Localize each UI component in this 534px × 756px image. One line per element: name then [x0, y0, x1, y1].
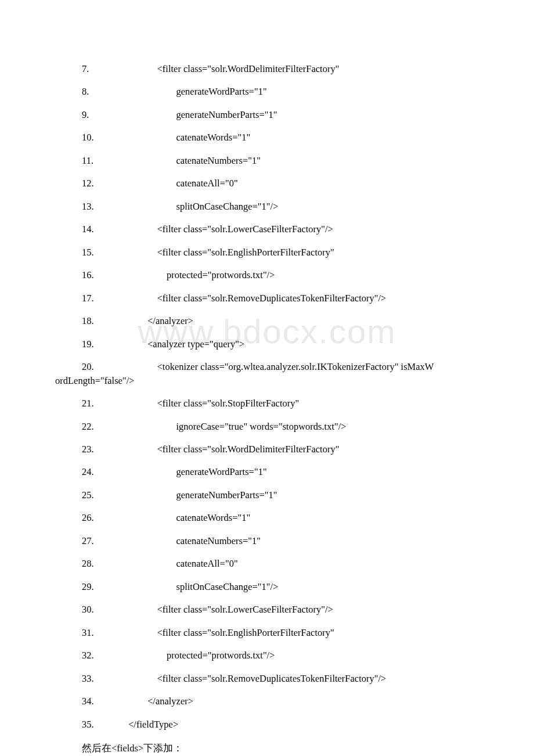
code-text: <filter class="solr.LowerCaseFilterFacto… [119, 604, 479, 615]
line-number: 21 [55, 398, 119, 409]
code-text: <filter class="solr.EnglishPorterFilterF… [119, 628, 479, 639]
code-text: </analyzer> [119, 316, 479, 327]
code-line: 34 </analyzer> [55, 696, 479, 707]
code-text: catenateWords="1" [119, 513, 479, 524]
line-number: 16 [55, 270, 119, 281]
code-line: 26 catenateWords="1" [55, 513, 479, 524]
code-line: 21 <filter class="solr.StopFilterFactory… [55, 398, 479, 409]
code-line: 13 splitOnCaseChange="1"/> [55, 201, 479, 213]
code-line: 11 catenateNumbers="1" [55, 156, 479, 167]
code-line: 16 protected="protwords.txt"/> [55, 270, 479, 281]
code-text: protected="protwords.txt"/> [119, 650, 479, 661]
code-text: <tokenizer class="org.wltea.analyzer.sol… [119, 362, 479, 373]
line-number: 19 [55, 339, 119, 350]
line-number: 34 [55, 696, 119, 707]
paragraph-text: 然后在<fields>下添加： [55, 742, 479, 755]
line-number: 12 [55, 178, 119, 189]
code-text: catenateNumbers="1" [119, 536, 479, 547]
code-line: 8 generateWordParts="1" [55, 87, 479, 98]
code-line: 17 <filter class="solr.RemoveDuplicatesT… [55, 293, 479, 304]
code-text: splitOnCaseChange="1"/> [119, 582, 479, 593]
code-line: 9 generateNumberParts="1" [55, 110, 479, 121]
code-line: 7 <filter class="solr.WordDelimiterFilte… [55, 64, 479, 75]
line-number: 9 [55, 110, 119, 121]
code-line: 30 <filter class="solr.LowerCaseFilterFa… [55, 604, 479, 615]
document-page: www.bdocx.com 7 <filter class="solr.Word… [0, 0, 534, 756]
line-number: 11 [55, 156, 119, 167]
line-number: 29 [55, 582, 119, 593]
line-number: 32 [55, 650, 119, 661]
code-line: 10 catenateWords="1" [55, 132, 479, 143]
line-number: 25 [55, 490, 119, 501]
code-line: 19 <analyzer type="query"> [55, 339, 479, 350]
code-block: 7 <filter class="solr.WordDelimiterFilte… [55, 64, 479, 730]
code-line: 15 <filter class="solr.EnglishPorterFilt… [55, 247, 479, 258]
code-text: splitOnCaseChange="1"/> [119, 201, 479, 213]
code-line: 20 <tokenizer class="org.wltea.analyzer.… [55, 362, 479, 373]
code-text: generateNumberParts="1" [119, 110, 479, 121]
code-text: ignoreCase="true" words="stopwords.txt"/… [119, 422, 479, 433]
code-line: 28 catenateAll="0" [55, 559, 479, 570]
line-number: 28 [55, 559, 119, 570]
line-number: 7 [55, 64, 119, 75]
code-line: 29 splitOnCaseChange="1"/> [55, 582, 479, 593]
code-text: <analyzer type="query"> [119, 339, 479, 350]
line-number: 20 [55, 362, 119, 373]
line-number: 22 [55, 422, 119, 433]
code-text: catenateAll="0" [119, 559, 479, 570]
code-line: 12 catenateAll="0" [55, 178, 479, 189]
code-text: <filter class="solr.StopFilterFactory" [119, 398, 479, 409]
line-number: 10 [55, 132, 119, 143]
line-number: 24 [55, 467, 119, 478]
code-text: </analyzer> [119, 696, 479, 707]
code-text: <filter class="solr.LowerCaseFilterFacto… [119, 224, 479, 235]
page-content: 7 <filter class="solr.WordDelimiterFilte… [55, 64, 479, 755]
line-number: 14 [55, 224, 119, 235]
line-number: 13 [55, 201, 119, 213]
code-text: <filter class="solr.WordDelimiterFilterF… [119, 64, 479, 75]
line-number: 23 [55, 444, 119, 455]
line-number: 27 [55, 536, 119, 547]
code-line: 27 catenateNumbers="1" [55, 536, 479, 547]
code-line: 31 <filter class="solr.EnglishPorterFilt… [55, 628, 479, 639]
code-line: 14 <filter class="solr.LowerCaseFilterFa… [55, 224, 479, 235]
code-text: catenateAll="0" [119, 178, 479, 189]
code-text: generateWordParts="1" [119, 87, 479, 98]
code-line: 22 ignoreCase="true" words="stopwords.tx… [55, 422, 479, 433]
code-line: 35</fieldType> [55, 719, 479, 730]
line-number: 30 [55, 604, 119, 615]
code-text: catenateNumbers="1" [119, 156, 479, 167]
code-text: generateNumberParts="1" [119, 490, 479, 501]
code-line-wrap: ordLength="false"/> [55, 376, 479, 387]
code-line: 32 protected="protwords.txt"/> [55, 650, 479, 661]
code-line: 24 generateWordParts="1" [55, 467, 479, 478]
code-line: 33 <filter class="solr.RemoveDuplicatesT… [55, 674, 479, 685]
code-line: 18 </analyzer> [55, 316, 479, 327]
code-text: generateWordParts="1" [119, 467, 479, 478]
line-number: 18 [55, 316, 119, 327]
line-number: 33 [55, 674, 119, 685]
code-text: protected="protwords.txt"/> [119, 270, 479, 281]
code-text: </fieldType> [119, 719, 479, 730]
line-number: 8 [55, 87, 119, 98]
line-number: 31 [55, 628, 119, 639]
code-text: catenateWords="1" [119, 132, 479, 143]
code-text: <filter class="solr.EnglishPorterFilterF… [119, 247, 479, 258]
code-text: <filter class="solr.WordDelimiterFilterF… [119, 444, 479, 455]
line-number: 15 [55, 247, 119, 258]
code-line: 23 <filter class="solr.WordDelimiterFilt… [55, 444, 479, 455]
line-number: 26 [55, 513, 119, 524]
code-line: 25 generateNumberParts="1" [55, 490, 479, 501]
code-text: <filter class="solr.RemoveDuplicatesToke… [119, 674, 479, 685]
line-number: 35 [55, 719, 119, 730]
line-number: 17 [55, 293, 119, 304]
code-text: <filter class="solr.RemoveDuplicatesToke… [119, 293, 479, 304]
